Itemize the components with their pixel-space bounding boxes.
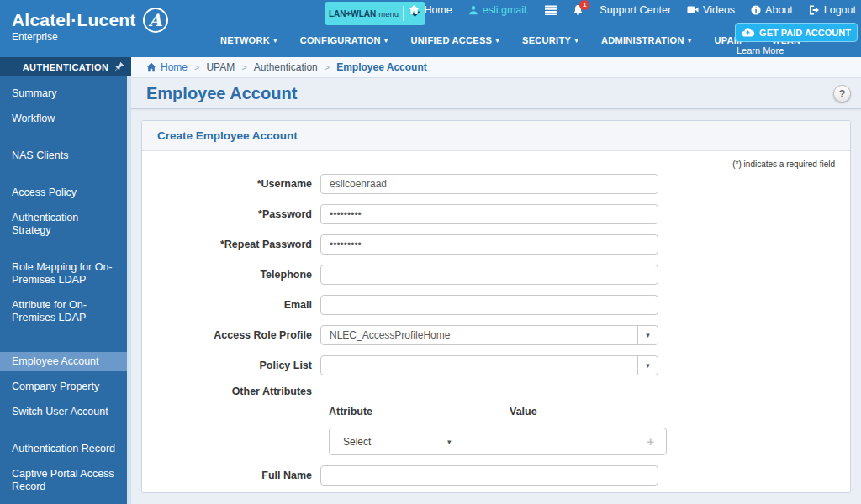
info-icon: [751, 5, 761, 15]
cloud-upload-icon: [742, 28, 754, 37]
sidebar-scrollbar[interactable]: [127, 76, 131, 504]
breadcrumb-separator: >: [241, 62, 246, 72]
home-icon: [146, 62, 156, 72]
chevron-down-icon: ▾: [273, 36, 277, 45]
password-row: *Password: [142, 204, 850, 224]
repeat-password-row: *Repeat Password: [142, 234, 850, 255]
username-row: *Username: [142, 174, 850, 194]
access-role-profile-select[interactable]: NLEC_AccessProfileHome ▾: [320, 325, 658, 345]
user-icon: [468, 5, 478, 15]
breadcrumb-separator: >: [325, 62, 330, 72]
other-attributes-label: Other Attributes: [142, 386, 320, 397]
chevron-down-icon: ▾: [495, 36, 499, 45]
sidebar-item-nas-clients[interactable]: NAS Clients: [0, 146, 131, 165]
app-header: Alcatel·Lucent A Enterprise LAN+WLANmenu…: [0, 0, 861, 57]
notifications-button[interactable]: 1: [573, 4, 584, 16]
full-name-input[interactable]: [320, 465, 658, 486]
username-input[interactable]: [320, 174, 658, 194]
chevron-down-icon: ▾: [384, 36, 388, 45]
add-attribute-button[interactable]: +: [647, 434, 666, 449]
full-name-row: Full Name: [142, 465, 850, 486]
brand-name: Alcatel·Lucent: [12, 10, 136, 30]
sidebar-item-role-mapping-ldap[interactable]: Role Mapping for On-Premises LDAP: [0, 258, 131, 290]
breadcrumb-separator: >: [194, 62, 199, 72]
sidebar-item-authentication-strategy[interactable]: Authentication Strategy: [0, 208, 131, 240]
breadcrumb-home[interactable]: Home: [146, 61, 188, 73]
attribute-select[interactable]: Select: [330, 436, 447, 448]
breadcrumb-upam[interactable]: UPAM: [206, 61, 235, 73]
pin-icon[interactable]: [114, 60, 124, 76]
email-row: Email: [142, 295, 850, 315]
value-column-header: Value: [510, 406, 537, 417]
home-icon: [409, 4, 420, 15]
list-button[interactable]: [545, 5, 557, 15]
logout-link[interactable]: Logout: [809, 4, 856, 16]
account-link[interactable]: esli.gmail.: [468, 4, 530, 16]
chevron-down-icon[interactable]: ▾: [447, 438, 452, 446]
main-navigation: NETWORK▾ CONFIGURATION▾ UNIFIED ACCESS▾ …: [220, 35, 808, 45]
breadcrumb-authentication[interactable]: Authentication: [254, 61, 318, 73]
email-label: Email: [142, 299, 320, 311]
notification-badge: 1: [579, 0, 589, 10]
attribute-column-header: Attribute: [329, 406, 510, 417]
learn-more-link[interactable]: Learn More: [737, 45, 858, 55]
sidebar-item-company-property[interactable]: Company Property: [0, 377, 131, 396]
telephone-row: Telephone: [142, 265, 850, 285]
list-icon: [545, 5, 557, 15]
page-title: Employee Account: [146, 84, 297, 103]
policy-list-row: Policy List ▾: [142, 355, 850, 375]
password-input[interactable]: [320, 204, 658, 224]
nav-unified-access[interactable]: UNIFIED ACCESS▾: [411, 35, 500, 45]
sidebar-item-access-policy[interactable]: Access Policy: [0, 183, 131, 202]
support-center-link[interactable]: Support Center: [600, 4, 671, 16]
sidebar-item-attribute-ldap[interactable]: Attribute for On-Premises LDAP: [0, 296, 131, 328]
logout-icon: [809, 5, 820, 15]
sidebar-item-employee-account[interactable]: Employee Account: [0, 352, 131, 371]
breadcrumb: Home > UPAM > Authentication > Employee …: [131, 57, 861, 78]
chevron-down-icon: ▾: [688, 36, 692, 45]
sidebar-item-workflow[interactable]: Workflow: [0, 109, 131, 129]
chevron-down-icon: ▾: [574, 36, 578, 45]
create-employee-account-panel: Create Employee Account (*) indicates a …: [141, 120, 851, 493]
other-attributes-row: Other Attributes: [142, 386, 850, 397]
sidebar-item-summary[interactable]: Summary: [0, 84, 131, 103]
panel-title: Create Employee Account: [157, 129, 298, 142]
other-attribute-entry-row: Select ▾ +: [329, 428, 667, 455]
sidebar-item-switch-user-account[interactable]: Switch User Account: [0, 402, 131, 422]
nav-administration[interactable]: ADMINISTRATION▾: [601, 35, 692, 45]
sidebar: AUTHENTICATION Summary Workflow NAS Clie…: [0, 57, 131, 504]
password-label: *Password: [142, 208, 320, 220]
brand-logo: Alcatel·Lucent A Enterprise: [12, 8, 168, 43]
sidebar-item-authentication-record[interactable]: Authentication Record: [0, 439, 131, 459]
main-content: Home > UPAM > Authentication > Employee …: [131, 57, 861, 504]
sidebar-header: AUTHENTICATION: [0, 57, 131, 76]
home-link[interactable]: Home: [409, 4, 452, 16]
lan-wlan-menu-label: LAN+WLANmenu: [325, 9, 403, 18]
nav-network[interactable]: NETWORK▾: [220, 35, 277, 45]
paid-account-area: GET PAID ACCOUNT Learn More: [735, 23, 858, 55]
about-link[interactable]: About: [751, 4, 793, 16]
panel-header: Create Employee Account: [142, 121, 850, 151]
repeat-password-input[interactable]: [320, 234, 658, 255]
sidebar-title: AUTHENTICATION: [0, 62, 131, 72]
username-label: *Username: [142, 178, 320, 190]
sidebar-item-captive-portal-access-record[interactable]: Captive Portal Access Record: [0, 465, 131, 496]
brand-subtitle: Enterprise: [12, 31, 168, 43]
access-role-profile-value: NLEC_AccessProfileHome: [321, 329, 637, 341]
nav-security[interactable]: SECURITY▾: [522, 35, 578, 45]
telephone-input[interactable]: [320, 265, 658, 285]
access-role-profile-row: Access Role Profile NLEC_AccessProfileHo…: [142, 325, 850, 345]
videos-link[interactable]: Videos: [687, 4, 735, 16]
repeat-password-label: *Repeat Password: [142, 239, 320, 250]
access-role-profile-label: Access Role Profile: [142, 329, 320, 341]
get-paid-account-button[interactable]: GET PAID ACCOUNT: [735, 23, 858, 42]
video-camera-icon: [687, 5, 699, 14]
policy-list-select[interactable]: ▾: [320, 355, 658, 375]
brand-logo-icon: A: [143, 8, 168, 33]
other-attributes-columns: Attribute Value: [329, 406, 850, 417]
required-field-note: (*) indicates a required field: [142, 151, 850, 174]
email-field[interactable]: [320, 295, 658, 315]
help-icon[interactable]: ?: [833, 85, 851, 102]
full-name-label: Full Name: [142, 470, 320, 481]
nav-configuration[interactable]: CONFIGURATION▾: [300, 35, 388, 45]
